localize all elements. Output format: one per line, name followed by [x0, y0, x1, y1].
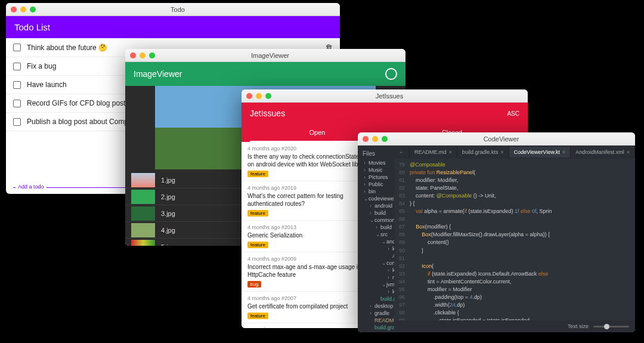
- issue-item[interactable]: 4 months ago #2013 Generic Serialization…: [242, 221, 373, 252]
- code-line[interactable]: 88 Box(Modifier.fillMaxSize().drawLayer(…: [394, 231, 635, 239]
- tree-folder[interactable]: ›desktop: [358, 302, 394, 310]
- tree-folder[interactable]: ›kotlin: [358, 267, 394, 274]
- issue-item[interactable]: 4 months ago #2019 What's the correct pa…: [242, 181, 373, 221]
- tree-folder[interactable]: ›kotlin: [358, 245, 394, 252]
- checkbox-icon[interactable]: [13, 118, 21, 126]
- code-editor[interactable]: 79@Composable80private fun ResizablePane…: [394, 159, 635, 320]
- chevron-icon: ›: [364, 160, 369, 166]
- sort-button[interactable]: ASC: [507, 110, 519, 117]
- tree-folder[interactable]: ›Pictures: [358, 174, 394, 181]
- issue-list[interactable]: 4 months ago #2020 Is there any way to c…: [242, 142, 373, 328]
- close-tab-icon[interactable]: ×: [627, 149, 630, 155]
- close-tab-icon[interactable]: ×: [500, 149, 503, 155]
- code-line[interactable]: 89 content(): [394, 239, 635, 246]
- refresh-icon[interactable]: [385, 68, 397, 80]
- tree-folder[interactable]: ›android: [358, 202, 394, 209]
- close-tab-icon[interactable]: ×: [562, 149, 565, 155]
- editor-tab[interactable]: CodeViewerView.kt×: [509, 147, 571, 157]
- code-line[interactable]: 81 modifier: Modifier,: [394, 177, 635, 184]
- code-line[interactable]: 92 Icon(: [394, 262, 635, 270]
- code-text: content(): [410, 239, 449, 246]
- close-tab-icon[interactable]: ×: [449, 149, 452, 155]
- text-size-slider[interactable]: [593, 326, 629, 327]
- tree-folder[interactable]: ›resources: [358, 274, 394, 281]
- tree-folder[interactable]: ⌄commonMain: [358, 259, 394, 267]
- tree-label: src: [380, 231, 388, 237]
- code-line[interactable]: 98 .clickable {: [394, 309, 635, 317]
- checkbox-icon[interactable]: [13, 100, 21, 107]
- cv-titlebar[interactable]: CodeViewer: [358, 132, 635, 146]
- checkbox-icon[interactable]: [13, 44, 21, 51]
- code-line[interactable]: 86: [394, 215, 635, 223]
- tree-file[interactable]: README.md: [358, 317, 394, 324]
- code-line[interactable]: 90 }: [394, 247, 635, 255]
- tree-file[interactable]: build.gradle.kts: [358, 324, 394, 331]
- code-line[interactable]: 79@Composable: [394, 161, 635, 169]
- nav-back-button[interactable]: ←: [394, 147, 410, 157]
- issue-item[interactable]: 4 months ago #2020 Is there any way to c…: [242, 142, 373, 181]
- tree-label: androidMain: [386, 239, 394, 245]
- chevron-icon: ›: [364, 174, 369, 180]
- editor-tab[interactable]: AndroidManifest.xml×: [571, 147, 635, 157]
- tree-folder[interactable]: ⌄common: [358, 217, 394, 224]
- ji-titlebar[interactable]: JetIssues: [242, 89, 528, 103]
- todo-text: Fix a bug: [27, 62, 56, 70]
- checkbox-icon[interactable]: [13, 81, 21, 89]
- close-icon[interactable]: [11, 7, 17, 13]
- code-line[interactable]: 82 state: PanelState,: [394, 184, 635, 192]
- tree-label: Movies: [369, 160, 386, 166]
- tree-folder[interactable]: ›Movies: [358, 159, 394, 166]
- chevron-icon: ›: [388, 246, 392, 252]
- tree-folder[interactable]: ›Music: [358, 166, 394, 174]
- tree-folder[interactable]: ⌄jvmMain: [358, 281, 394, 288]
- iv-titlebar[interactable]: ImageViewer: [125, 49, 405, 62]
- close-icon[interactable]: [363, 136, 369, 142]
- filename: 2.jpg: [161, 193, 175, 200]
- window-title: JetIssues: [256, 92, 523, 100]
- tree-folder[interactable]: ›bin: [358, 188, 394, 195]
- tree-file[interactable]: AndroidManifest.xml: [358, 252, 394, 259]
- tree-folder[interactable]: ›build: [358, 209, 394, 217]
- text-size-label: Text size: [568, 323, 589, 329]
- tree-file[interactable]: gradle.properties: [358, 331, 394, 332]
- code-text: .clickable {: [410, 309, 459, 317]
- issue-item[interactable]: 4 months ago #2006 Ktor slow startup dur…: [242, 323, 373, 328]
- code-line[interactable]: 80private fun ResizablePanel(: [394, 169, 635, 177]
- code-line[interactable]: 83 content: @Composable () -> Unit,: [394, 192, 635, 200]
- tree-folder[interactable]: ⌄src: [358, 231, 394, 238]
- tree-folder[interactable]: ›gradle: [358, 310, 394, 317]
- issue-item[interactable]: 4 months ago #2007 Get certificate from …: [242, 292, 373, 323]
- tree-label: build.gradle.kts: [374, 325, 394, 330]
- tree-folder[interactable]: ›kotlin: [358, 288, 394, 295]
- editor-tab[interactable]: README.md×: [410, 147, 457, 157]
- code-line[interactable]: 84) {: [394, 200, 635, 208]
- code-line[interactable]: 97 .width(24.dp): [394, 301, 635, 309]
- code-line[interactable]: 94 tint = AmbientContentColor.current,: [394, 278, 635, 286]
- code-line[interactable]: 95 modifier = Modifier: [394, 286, 635, 293]
- code-line[interactable]: 91: [394, 255, 635, 262]
- code-line[interactable]: 93 if (state.isExpanded) Icons.Default.A…: [394, 270, 635, 278]
- code-line[interactable]: 87 Box(modifier) {: [394, 223, 635, 231]
- tree-folder[interactable]: ⌄codeviewer: [358, 195, 394, 202]
- code-text: if (state.isExpanded) Icons.Default.Arro…: [410, 270, 548, 278]
- issue-item[interactable]: 4 months ago #2009 Incorrect max-age and…: [242, 252, 373, 292]
- checkbox-icon[interactable]: [13, 63, 21, 70]
- tree-folder[interactable]: ›Public: [358, 181, 394, 188]
- editor-tab[interactable]: build.gradle.kts×: [457, 147, 509, 157]
- tree-label: common: [374, 217, 394, 223]
- close-icon[interactable]: [246, 93, 252, 99]
- window-title: Todo: [20, 6, 335, 13]
- tree-folder[interactable]: ⌄androidMain: [358, 238, 394, 245]
- tree-folder[interactable]: ›build: [358, 224, 394, 231]
- file-tree[interactable]: Files ›Movies›Music›Pictures›Public›bin⌄…: [358, 146, 394, 332]
- tree-label: desktop: [374, 303, 394, 309]
- code-line[interactable]: 96 .padding(top = 4.dp): [394, 293, 635, 301]
- window-title: ImageViewer: [140, 52, 401, 59]
- close-icon[interactable]: [130, 52, 136, 58]
- tree-label: build: [374, 210, 386, 216]
- chevron-icon: ›: [370, 310, 374, 316]
- tree-file[interactable]: build.gradle.kts: [358, 295, 394, 302]
- todo-titlebar[interactable]: Todo: [6, 3, 340, 16]
- code-line[interactable]: 85 val alpha = animate(if (state.isExpan…: [394, 208, 635, 215]
- issue-title: Get certificate from compilated project: [247, 302, 367, 310]
